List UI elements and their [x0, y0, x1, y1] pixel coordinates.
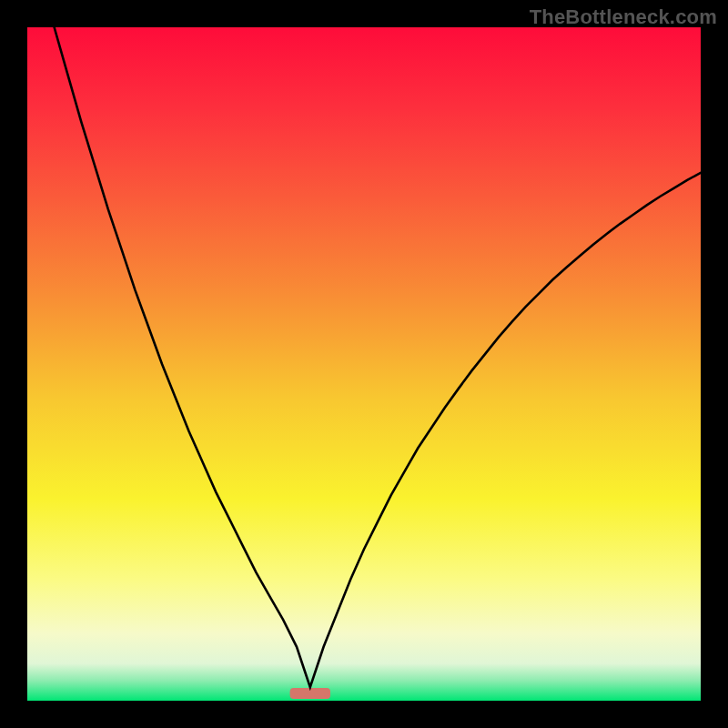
gradient-background	[27, 27, 701, 701]
bottleneck-chart	[27, 27, 701, 701]
chart-frame: TheBottleneck.com	[0, 0, 728, 728]
plot-area	[27, 27, 701, 701]
watermark-text: TheBottleneck.com	[530, 5, 717, 29]
